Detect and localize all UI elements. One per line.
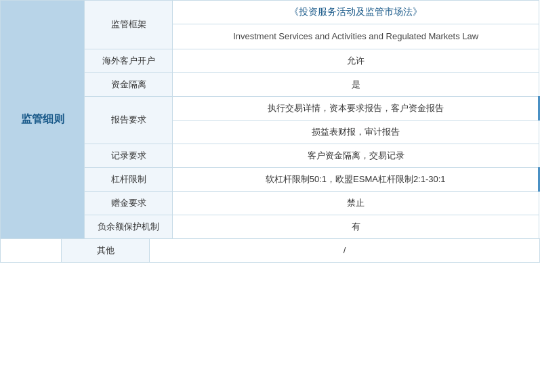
regulatory-table-extra: 其他 / [0,238,540,263]
value-record-keeping: 客户资金隔离，交易记录 [173,144,539,167]
value-regulatory-framework-cn: 《投资服务活动及监管市场法》 [173,1,539,24]
sub-label-leverage: 杠杆限制 [85,167,173,191]
sub-label-fund-segregation: 资金隔离 [85,72,173,96]
sub-label-bonus: 赠金要求 [85,191,173,215]
main-category-cell: 监管细则 [1,1,85,239]
sub-label-regulatory-framework: 监管框架 [85,1,173,49]
sub-label-record-keeping: 记录要求 [85,144,173,167]
sub-label-other: 其他 [62,238,150,262]
value-regulatory-framework-en: Investment Services and Activities and R… [173,24,539,49]
value-reporting-bottom: 损益表财报，审计报告 [173,120,539,144]
sub-label-negative-balance: 负余额保护机制 [85,215,173,238]
value-bonus: 禁止 [173,191,539,215]
value-overseas-account: 允许 [173,49,539,72]
sub-label-overseas-account: 海外客户开户 [85,49,173,72]
value-leverage: 软杠杆限制50:1，欧盟ESMA杠杆限制2:1-30:1 [173,167,539,191]
value-other: / [150,238,540,262]
sub-label-reporting: 报告要求 [85,96,173,144]
value-negative-balance: 有 [173,215,539,238]
regulatory-table: 监管细则 监管框架 《投资服务活动及监管市场法》 Investment Serv… [0,0,540,239]
value-fund-segregation: 是 [173,72,539,96]
value-reporting-top: 执行交易详情，资本要求报告，客户资金报告 [173,96,539,120]
